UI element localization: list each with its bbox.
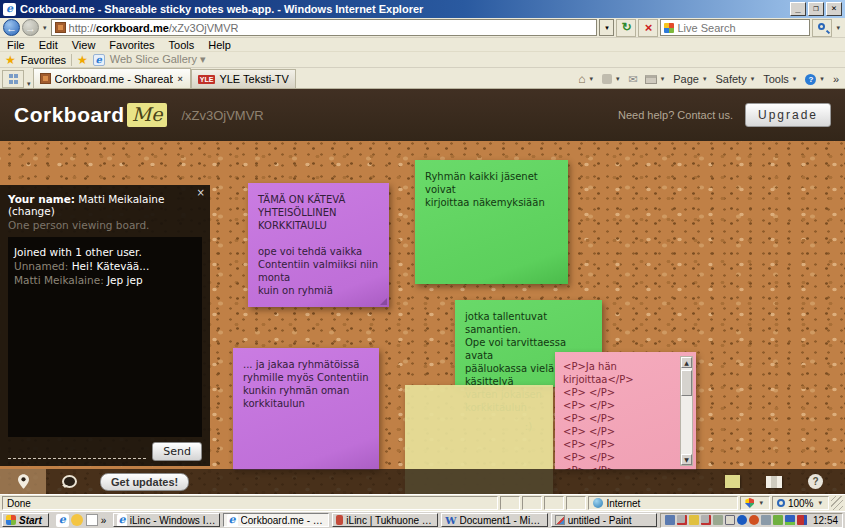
tab-list-dropdown-icon[interactable]: ▾ <box>25 80 33 88</box>
help-button[interactable]: ? <box>808 474 823 489</box>
change-name-link[interactable]: (change) <box>8 205 55 217</box>
taskbar-button-paint[interactable]: untitled - Paint <box>551 513 657 527</box>
chat-input[interactable] <box>8 445 146 459</box>
taskbar-button-corkboard[interactable]: eCorkboard.me - Shar... <box>223 513 329 527</box>
scrollbar-track[interactable] <box>681 368 692 454</box>
quick-tabs-button[interactable] <box>2 70 24 88</box>
zoom-button[interactable]: 100%▾ <box>772 496 829 510</box>
close-button[interactable]: × <box>826 2 842 16</box>
scrollbar-thumb[interactable] <box>681 370 692 396</box>
overflow-chevron-icon[interactable]: » <box>833 73 839 85</box>
address-bar[interactable]: http://corkboard.me/xZv3OjVMVR <box>51 19 598 36</box>
menu-help[interactable]: Help <box>201 39 238 51</box>
lock-tray-icon[interactable] <box>689 515 699 525</box>
menu-view[interactable]: View <box>65 39 103 51</box>
refresh-button[interactable]: ↻ <box>616 19 636 37</box>
taskbar-button-ilinc-browser[interactable]: eiLinc - Windows Internet ... <box>113 513 219 527</box>
favorites-button[interactable]: Favorites <box>21 54 66 66</box>
send-button[interactable]: Send <box>152 442 202 461</box>
minimize-button[interactable]: _ <box>790 2 806 16</box>
start-button[interactable]: Start <box>2 513 49 527</box>
tab-close-icon[interactable]: × <box>177 74 184 84</box>
scroll-down-icon[interactable]: ▼ <box>681 454 692 465</box>
sticky-note-pink[interactable]: <P>Ja hän kirjoittaa</P> <P> </P> <P> </… <box>555 352 696 470</box>
forward-button[interactable]: → <box>22 19 39 36</box>
display-tray-icon[interactable] <box>665 515 675 525</box>
home-button[interactable]: ⌂▾ <box>578 72 595 86</box>
address-dropdown-button[interactable]: ▾ <box>599 19 614 36</box>
restore-button[interactable]: ❐ <box>808 2 824 16</box>
taskbar-clock[interactable]: 12:54 <box>809 515 838 526</box>
map-overview-button[interactable] <box>766 476 782 488</box>
page-menu-button[interactable]: Page▾ <box>673 73 708 85</box>
read-mail-button[interactable]: ✉ <box>629 73 638 86</box>
note-text: Ryhmän kaikki jäsenet voivat kirjoittaa … <box>415 160 568 213</box>
feeds-button[interactable]: ▾ <box>602 74 622 84</box>
upgrade-button[interactable]: Upgrade <box>745 103 831 127</box>
window-tray-icon[interactable] <box>725 515 735 525</box>
contact-us-link[interactable]: Need help? Contact us. <box>618 109 733 121</box>
sticky-note-purple-2[interactable]: ... ja jakaa ryhmätöissä ryhmille myös C… <box>233 348 379 470</box>
message-sender: Unnamed: <box>14 260 68 272</box>
note-scrollbar[interactable]: ▲ ▼ <box>680 356 693 466</box>
wireless-tray-icon[interactable] <box>761 515 771 525</box>
sticky-note-purple-1[interactable]: TÄMÄ ON KÄTEVÄ YHTEISÖLLINEN KORKKITAULU… <box>248 183 389 307</box>
chat-toggle-button[interactable] <box>46 469 92 494</box>
taskbar-button-ilinc-room[interactable]: iLinc | Tukhuone (Sirpa K... <box>332 513 438 527</box>
taskbar-button-word[interactable]: WDocument1 - Microsoft ... <box>441 513 547 527</box>
corkboard[interactable]: TÄMÄ ON KÄTEVÄ YHTEISÖLLINEN KORKKITAULU… <box>0 141 845 494</box>
menu-favorites[interactable]: Favorites <box>102 39 161 51</box>
volume-muted-tray-icon[interactable] <box>677 515 687 525</box>
safety-menu-button[interactable]: Safety▾ <box>715 73 756 85</box>
update-tray-icon[interactable] <box>713 515 723 525</box>
mail-icon: ✉ <box>629 73 638 86</box>
tab-yle[interactable]: YLE YLE Teksti-TV <box>191 69 296 88</box>
app-tray-icon[interactable] <box>749 515 759 525</box>
quick-launch-chevron-icon[interactable]: » <box>101 515 107 526</box>
search-input[interactable] <box>677 22 806 34</box>
menu-edit[interactable]: Edit <box>32 39 65 51</box>
bluetooth-tray-icon[interactable] <box>737 515 747 525</box>
tab-corkboard[interactable]: Corkboard.me - Shareabl... × <box>33 68 191 88</box>
grid-icon <box>14 74 18 78</box>
back-button[interactable]: ← <box>3 19 20 36</box>
search-button[interactable] <box>812 19 832 37</box>
search-dropdown-icon[interactable]: ▾ <box>834 24 842 32</box>
document-icon[interactable] <box>86 514 98 526</box>
network-tray-icon[interactable] <box>797 515 807 525</box>
get-updates-button[interactable]: Get updates! <box>100 473 189 491</box>
battery-tray-icon[interactable] <box>785 515 795 525</box>
web-slice-gallery-button[interactable]: Web Slice Gallery ▾ <box>110 53 206 66</box>
site-favicon <box>55 22 66 33</box>
tools-label: Tools <box>763 73 789 85</box>
message-text: Joined with 1 other user. <box>14 246 142 258</box>
web-slice-label: Web Slice Gallery <box>110 53 197 65</box>
url-text: http://corkboard.me/xZv3OjVMVR <box>69 22 239 34</box>
tools-menu-button[interactable]: Tools▾ <box>763 73 798 85</box>
print-button[interactable]: ▾ <box>645 75 667 84</box>
web-slice-icon: e <box>93 54 105 66</box>
quick-launch: e » <box>52 514 111 526</box>
help-menu-button[interactable]: ?▾ <box>805 74 826 85</box>
resize-grip[interactable] <box>831 496 843 510</box>
location-pin-button[interactable] <box>0 469 46 494</box>
menu-file[interactable]: File <box>0 39 32 51</box>
power-tray-icon[interactable] <box>773 515 783 525</box>
window-title: Corkboard.me - Shareable sticky notes we… <box>20 3 788 15</box>
new-note-button[interactable] <box>725 475 740 488</box>
ie-quick-launch-icon[interactable]: e <box>56 514 68 526</box>
messenger-icon[interactable] <box>71 514 83 526</box>
live-search-box[interactable] <box>660 19 810 36</box>
chat-messages: Joined with 1 other user. Unnamed: Hei! … <box>8 237 202 437</box>
stop-button[interactable]: × <box>638 19 658 37</box>
mic-muted-tray-icon[interactable] <box>701 515 711 525</box>
scroll-up-icon[interactable]: ▲ <box>681 357 692 368</box>
history-dropdown-icon[interactable]: ▾ <box>41 24 49 32</box>
sticky-note-green-1[interactable]: Ryhmän kaikki jäsenet voivat kirjoittaa … <box>415 160 568 284</box>
protected-mode-button[interactable]: ▾ <box>740 496 770 510</box>
zone-label: Internet <box>606 498 640 509</box>
menu-tools[interactable]: Tools <box>162 39 202 51</box>
add-favorite-icon[interactable]: ★ <box>77 53 88 67</box>
chat-close-icon[interactable]: × <box>197 187 205 198</box>
security-zone: Internet <box>588 496 738 510</box>
